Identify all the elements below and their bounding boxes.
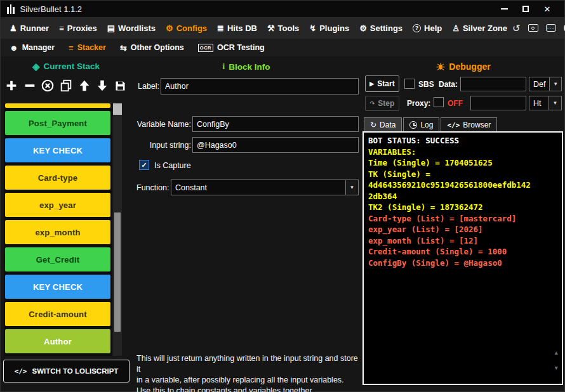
log-line: Time (Single) = 1704051625 — [368, 157, 557, 169]
menu-item-tools[interactable]: ⚒Tools — [262, 17, 304, 39]
menu-item-settings[interactable]: ⚙Settings — [354, 17, 408, 39]
clear-stack-button[interactable] — [39, 76, 56, 95]
remove-block-button[interactable] — [22, 76, 38, 95]
menu-item-proxies[interactable]: ≡Proxies — [54, 17, 102, 39]
step-button[interactable]: ↷ Step — [365, 96, 399, 111]
window-titlebar: SilverBullet 1.1.2 ✕ — [1, 1, 564, 17]
sbs-label: SBS — [418, 80, 434, 89]
dropdown-arrow-icon: ▼ — [345, 180, 358, 195]
menu-item-configs[interactable]: ⚙Configs — [161, 17, 212, 39]
settings-gear-icon: ⚙ — [359, 24, 367, 32]
input-string-input[interactable] — [192, 137, 359, 153]
plus-icon — [4, 79, 18, 93]
stack-block[interactable]: KEY CHECK — [5, 275, 110, 299]
maximize-button[interactable] — [515, 1, 536, 17]
scroll-up-icon[interactable]: ▲ — [555, 350, 558, 356]
stack-block[interactable]: Credit-amount — [5, 302, 110, 326]
tab-manager[interactable]: ☻Manager — [10, 43, 55, 52]
help-icon: ? — [413, 24, 421, 32]
tab-ocr-testing[interactable]: OCROCR Testing — [198, 43, 265, 52]
arrow-up-icon — [77, 79, 91, 93]
stack-block[interactable]: Get_Credit — [5, 247, 110, 271]
wordlists-icon: ▤ — [107, 24, 115, 32]
scrollbar-up-button[interactable] — [113, 103, 122, 115]
camera-icon[interactable] — [528, 24, 538, 32]
stack-block[interactable]: Card-type — [5, 166, 110, 190]
maximize-icon — [522, 6, 529, 12]
data-label: Data: — [439, 80, 458, 89]
proxy-type-select[interactable]: Ht ▼ — [529, 96, 562, 110]
switch-to-loliscript-button[interactable]: </> SWITCH TO LOLISCRIPT — [3, 360, 130, 382]
stack-panel-title: ◈ Current Stack — [1, 62, 131, 71]
function-select[interactable]: Constant ▼ — [171, 180, 359, 195]
menu-item-silver-zone[interactable]: ♙Silver Zone — [447, 17, 512, 39]
code-icon: </> — [15, 367, 27, 376]
minimize-button[interactable] — [493, 1, 515, 17]
start-button[interactable]: ▶ Start — [365, 75, 399, 92]
log-line: Credit-amount (Single) = 1000 — [368, 246, 557, 258]
move-up-button[interactable] — [76, 76, 93, 95]
plugins-icon: ↯ — [309, 24, 316, 32]
log-line: exp_year (List) = [2026] — [368, 224, 557, 235]
partial-block[interactable] — [5, 103, 110, 108]
proxy-state: OFF — [448, 99, 463, 108]
gem-icon: ◈ — [32, 62, 40, 71]
log-line: ConfigBy (Single) = @Hagaso0 — [368, 258, 557, 269]
close-button[interactable]: ✕ — [536, 1, 558, 17]
variable-name-input[interactable] — [192, 116, 359, 132]
tab-data[interactable]: ↻Data — [364, 117, 402, 132]
chat-icon[interactable]: ··· — [546, 24, 556, 32]
log-line: TK (Single) = — [368, 169, 557, 180]
info-icon: i — [223, 62, 225, 72]
code-icon: </> — [447, 121, 460, 129]
log-line: exp_month (List) = [12] — [368, 235, 557, 247]
stack-block[interactable]: exp_year — [5, 193, 110, 217]
menu-item-help[interactable]: ?Help — [408, 17, 447, 39]
save-stack-button[interactable] — [112, 76, 129, 95]
block-info-title: i Block Info — [131, 62, 361, 72]
scrollbar-thumb[interactable] — [114, 212, 121, 332]
tab-log[interactable]: Log — [403, 117, 439, 132]
log-line: 2db364 — [368, 191, 557, 202]
history-icon[interactable]: ↺ — [512, 23, 521, 33]
refresh-icon: ↻ — [370, 121, 376, 129]
debugger-tabs: ↻Data Log </>Browser — [364, 117, 497, 132]
stack-block[interactable]: exp_month — [5, 220, 110, 244]
manager-icon: ☻ — [10, 44, 18, 52]
stack-block[interactable]: KEY CHECK — [5, 138, 110, 162]
stacker-icon: ≡ — [69, 44, 74, 52]
menu-item-hits-db[interactable]: ≣Hits DB — [212, 17, 262, 39]
wordlist-type-select[interactable]: Def ▼ — [529, 77, 562, 91]
dropdown-arrow-icon: ▼ — [548, 96, 561, 110]
debugger-title: Debugger — [361, 62, 565, 72]
duplicate-block-button[interactable] — [58, 76, 74, 95]
add-block-button[interactable] — [3, 76, 20, 95]
config-submenu: ☻Manager ≡Stacker ⇆Other Options OCROCR … — [1, 39, 564, 56]
stack-scrollbar[interactable] — [113, 103, 122, 356]
proxy-input[interactable] — [470, 96, 526, 110]
menu-item-runner[interactable]: ♟Runner — [4, 17, 54, 39]
debugger-output[interactable]: BOT STATUS: SUCCESS VARIABLES: Time (Sin… — [362, 131, 563, 385]
tab-stacker[interactable]: ≡Stacker — [69, 43, 106, 52]
scroll-down-icon[interactable]: ▼ — [555, 365, 558, 371]
proxy-checkbox[interactable] — [434, 97, 444, 107]
window-title: SilverBullet 1.1.2 — [20, 4, 83, 14]
menu-item-plugins[interactable]: ↯Plugins — [304, 17, 354, 39]
log-line: TK2 (Single) = 187362472 — [368, 202, 557, 213]
log-line: VARIABLES: — [368, 147, 557, 158]
stack-block[interactable]: Post_Payment — [5, 111, 110, 135]
block-info-panel: i Block Info Label: Variable Name: Input… — [131, 56, 361, 391]
minimize-icon — [501, 8, 508, 10]
is-capture-checkbox[interactable]: ✓ — [139, 160, 149, 170]
log-line: Card-type (List) = [mastercard] — [368, 213, 557, 225]
block-label-input[interactable] — [161, 78, 359, 95]
tab-other-options[interactable]: ⇆Other Options — [120, 43, 184, 52]
stack-block-selected[interactable]: Author — [5, 329, 110, 353]
sbs-checkbox[interactable] — [404, 79, 415, 89]
menu-item-wordlists[interactable]: ▤Wordlists — [102, 17, 161, 39]
save-icon — [114, 79, 127, 93]
data-input[interactable] — [460, 77, 526, 91]
tab-browser[interactable]: </>Browser — [441, 117, 497, 132]
function-label: Function: — [136, 183, 169, 192]
move-down-button[interactable] — [94, 76, 110, 95]
